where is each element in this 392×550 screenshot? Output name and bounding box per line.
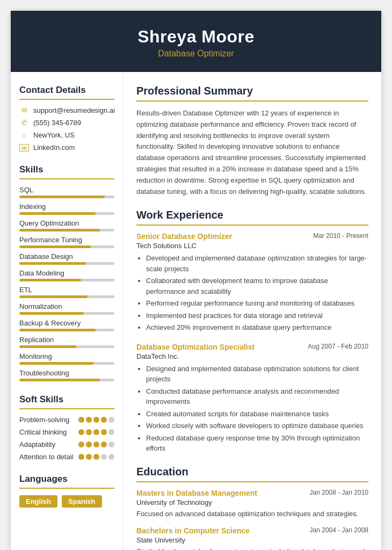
skill-bar-bg (19, 295, 114, 298)
skill-bar-bg (19, 212, 114, 215)
contact-divider (19, 99, 114, 100)
skill-item: Replication (19, 336, 114, 348)
skill-bar-bg (19, 245, 114, 248)
work-section-title: Work Experience (136, 209, 368, 221)
skill-bar-fill (19, 196, 105, 198)
job-header: Senior Database Optimizer Mar 2010 - Pre… (136, 232, 368, 241)
education-section: Education Masters in Database Management… (136, 466, 368, 550)
dot-filled (101, 417, 107, 423)
job-dates: Mar 2010 - Present (313, 232, 368, 240)
job-bullet: Implemented best practices for data stor… (146, 310, 368, 321)
job-item: Senior Database Optimizer Mar 2010 - Pre… (136, 232, 368, 333)
job-header: Database Optimization Specialist Aug 200… (136, 343, 368, 351)
edu-dates: Jan 2004 - Jan 2008 (310, 526, 368, 534)
location-text: NewYork, US (33, 131, 75, 139)
languages-divider (19, 488, 114, 489)
skills-section: Skills SQL Indexing Query Optimization P… (19, 164, 114, 381)
dot-filled (78, 454, 84, 460)
dot-filled (78, 429, 84, 435)
edu-degree: Bachelors in Computer Science (136, 526, 250, 535)
skill-name: Backup & Recovery (19, 319, 114, 327)
skill-item: Indexing (19, 202, 114, 215)
dot-empty (108, 442, 114, 447)
skill-name: Data Modeling (19, 269, 114, 277)
soft-skills-section-title: Soft Skills (19, 394, 114, 405)
skill-bar-fill (19, 212, 96, 215)
job-bullet: Performed regular performance tuning and… (146, 298, 368, 309)
work-section: Work Experience Senior Database Optimize… (136, 209, 368, 454)
job-item: Database Optimization Specialist Aug 200… (136, 343, 368, 454)
skill-item: ETL (19, 286, 114, 298)
skill-bar-fill (19, 362, 93, 365)
dot-empty (108, 429, 114, 435)
skill-bar-bg (19, 262, 114, 265)
edu-description: Studied fundamentals of computer science… (136, 546, 368, 550)
dot-filled (93, 442, 99, 447)
education-list: Masters in Database Management Jan 2008 … (136, 489, 368, 550)
contact-section: Contact Details ✉ support@resumedesign.a… (19, 85, 114, 151)
resume-body: Contact Details ✉ support@resumedesign.a… (11, 72, 381, 550)
soft-skill-name: Attention to detail (19, 453, 73, 461)
skill-name: Monitoring (19, 352, 114, 360)
skill-bar-bg (19, 312, 114, 315)
language-tags: English Spanish (19, 495, 114, 508)
languages-section: Languages English Spanish (19, 474, 114, 508)
job-bullets: Designed and implemented database optimi… (136, 364, 368, 454)
job-company: DataTech Inc. (136, 352, 368, 360)
summary-text: Results-driven Database Optimizer with 1… (136, 108, 368, 197)
email-text: support@resumedesign.ai (33, 106, 115, 114)
summary-divider (136, 100, 368, 102)
candidate-title: Database Optimizer (21, 49, 371, 59)
skill-item: Performance Tuning (19, 236, 114, 248)
education-item: Masters in Database Management Jan 2008 … (136, 489, 368, 519)
dot-filled (101, 442, 107, 447)
skill-bar-fill (19, 295, 88, 298)
summary-section: Professional Summary Results-driven Data… (136, 85, 368, 197)
skill-dots (78, 442, 114, 447)
dot-filled (86, 429, 92, 435)
location-icon: ⌂ (19, 131, 29, 139)
job-bullet: Designed and implemented database optimi… (146, 364, 368, 385)
languages-section-title: Languages (19, 474, 114, 484)
skill-bar-fill (19, 329, 96, 331)
job-bullets: Developed and implemented database optim… (136, 253, 368, 333)
linkedin-icon: in (19, 144, 29, 151)
contact-location: ⌂ NewYork, US (19, 131, 114, 139)
skill-name: Database Design (19, 252, 114, 260)
dot-empty (101, 454, 107, 460)
skills-divider (19, 178, 114, 179)
soft-skill-item: Critical thinking (19, 428, 114, 436)
skill-name: Troubleshooting (19, 369, 114, 377)
contact-linkedin: in LinkedIn.com (19, 143, 114, 151)
skill-bar-bg (19, 196, 114, 198)
skill-name: ETL (19, 286, 114, 294)
dot-filled (93, 454, 99, 460)
phone-text: (555) 345-6789 (33, 119, 81, 127)
job-title: Senior Database Optimizer (136, 232, 232, 241)
skill-name: Indexing (19, 202, 114, 211)
edu-header: Masters in Database Management Jan 2008 … (136, 489, 368, 497)
skill-name: SQL (19, 186, 114, 194)
education-section-title: Education (136, 466, 368, 478)
sidebar: Contact Details ✉ support@resumedesign.a… (11, 72, 124, 550)
skill-item: SQL (19, 186, 114, 198)
resume-header: Shreya Moore Database Optimizer (11, 11, 381, 72)
summary-section-title: Professional Summary (136, 85, 368, 97)
soft-skills-list: Problem-solving Critical thinking Adapta… (19, 416, 114, 461)
skill-item: Normalization (19, 302, 114, 315)
job-bullet: Collaborated with development teams to i… (146, 276, 368, 296)
skills-list: SQL Indexing Query Optimization Performa… (19, 186, 114, 381)
skill-bar-fill (19, 279, 81, 281)
skill-item: Troubleshooting (19, 369, 114, 381)
job-bullet: Created automated scripts for database m… (146, 409, 368, 419)
phone-icon: ✆ (19, 119, 29, 127)
soft-skill-name: Critical thinking (19, 428, 67, 436)
lang-english: English (19, 495, 57, 508)
contact-phone: ✆ (555) 345-6789 (19, 119, 114, 127)
edu-school: State University (136, 536, 368, 544)
work-divider (136, 225, 368, 226)
edu-dates: Jan 2008 - Jan 2010 (310, 489, 368, 496)
soft-skill-item: Adaptability (19, 440, 114, 448)
contact-email: ✉ support@resumedesign.ai (19, 106, 114, 114)
skill-bar-bg (19, 379, 114, 381)
